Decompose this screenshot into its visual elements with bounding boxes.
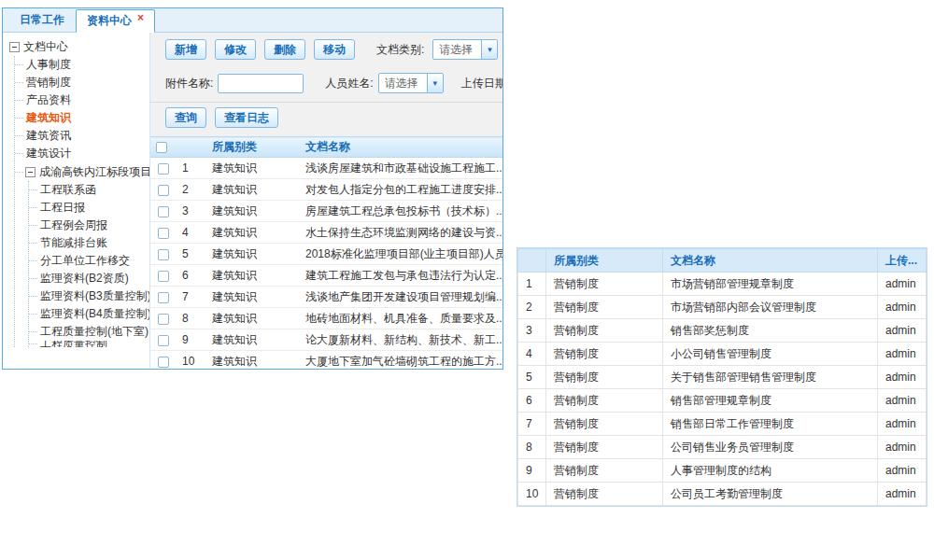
sidebar-tree-item[interactable]: 建筑知识 bbox=[15, 109, 148, 127]
row-uploader: admin bbox=[878, 296, 927, 319]
sidebar-tree-item[interactable]: 人事制度 bbox=[15, 56, 148, 74]
table-row[interactable]: 6 营销制度 销售部管理规章制度 admin bbox=[518, 389, 927, 413]
row-checkbox[interactable] bbox=[158, 271, 169, 282]
chevron-down-icon[interactable]: ▼ bbox=[481, 40, 497, 59]
row-category: 建筑知识 bbox=[206, 351, 300, 369]
table-row[interactable]: 3 建筑知识 房屋建筑工程总承包投标书（技术标）... bbox=[150, 201, 502, 222]
marketing-docs-table: 所属别类 文档名称 上传... 1 营销制度 市场营销部管理规章制度 admin… bbox=[517, 248, 927, 506]
tree-item-label: 人事制度 bbox=[26, 57, 71, 73]
row-category: 营销制度 bbox=[546, 319, 663, 343]
table-row[interactable]: 4 建筑知识 水土保持生态环境监测网络的建设与资... bbox=[150, 222, 502, 244]
table-row[interactable]: 8 建筑知识 地砖地面材料、机具准备、质量要求及... bbox=[150, 308, 502, 329]
row-checkbox[interactable] bbox=[158, 206, 169, 217]
sidebar-tree-item[interactable]: 工程日报 bbox=[29, 199, 148, 217]
document-center-window: 日常工作 × 资料中心 × 文档中心 人事制度 营销制度 产品资料 建筑知识 建… bbox=[2, 7, 503, 370]
collapse-icon[interactable] bbox=[25, 167, 35, 177]
tab[interactable]: 日常工作 × bbox=[8, 8, 76, 32]
row-checkbox[interactable] bbox=[158, 163, 169, 175]
view-log-button[interactable]: 查看日志 bbox=[215, 107, 278, 128]
category-column-header: 所属别类 bbox=[206, 137, 300, 158]
row-document-name: 小公司销售管理制度 bbox=[663, 343, 878, 366]
checkbox-cell bbox=[150, 201, 177, 222]
index-column-header bbox=[518, 249, 546, 273]
sidebar-tree-item[interactable]: 工程联系函 bbox=[29, 181, 148, 199]
row-document-name: 销售部奖惩制度 bbox=[663, 319, 878, 343]
table-row[interactable]: 9 营销制度 人事管理制度的结构 admin bbox=[518, 459, 927, 483]
sidebar-tree-item[interactable]: 营销制度 bbox=[15, 74, 148, 91]
table-row[interactable]: 9 建筑知识 论大厦新材料、新结构、新技术、新工... bbox=[150, 329, 502, 351]
checkbox-cell bbox=[150, 179, 177, 201]
checkbox-cell bbox=[150, 244, 177, 265]
table-row[interactable]: 5 建筑知识 2018标准化监理项目部(业主项目部)人员... bbox=[150, 244, 502, 265]
sidebar-tree-item[interactable]: 分工单位工作移交 bbox=[29, 252, 148, 270]
row-checkbox[interactable] bbox=[158, 335, 169, 346]
row-index: 9 bbox=[518, 459, 546, 483]
sidebar-tree-item[interactable]: 产品资料 bbox=[15, 91, 148, 109]
select-all-checkbox[interactable] bbox=[156, 142, 167, 153]
tree-item-label: 监理资料(B4质量控制) bbox=[40, 306, 150, 322]
add-button[interactable]: 新增 bbox=[165, 39, 206, 60]
table-row[interactable]: 1 营销制度 市场营销部管理规章制度 admin bbox=[518, 273, 927, 296]
table-row[interactable]: 2 营销制度 市场营销部内部会议管理制度 admin bbox=[518, 296, 927, 319]
table-row[interactable]: 10 建筑知识 大厦地下室加气砼墙砌筑工程的施工方... bbox=[150, 351, 502, 369]
row-index: 7 bbox=[518, 413, 546, 436]
checkbox-cell bbox=[150, 351, 177, 369]
sidebar-tree-item[interactable]: 监理资料(B3质量控制) bbox=[29, 287, 148, 305]
tree-node-project[interactable]: 成渝高铁内江标段项目 bbox=[15, 162, 148, 181]
collapse-icon[interactable] bbox=[9, 42, 20, 52]
sidebar-tree-item[interactable]: 工程质量控制 bbox=[29, 341, 148, 347]
person-select[interactable]: 请选择 ▼ bbox=[378, 73, 444, 93]
row-document-name: 水土保持生态环境监测网络的建设与资... bbox=[300, 222, 502, 244]
attachment-name-input[interactable] bbox=[218, 74, 304, 93]
row-uploader: admin bbox=[878, 366, 927, 389]
table-row[interactable]: 10 营销制度 公司员工考勤管理制度 admin bbox=[518, 483, 927, 506]
row-category: 营销制度 bbox=[546, 389, 663, 413]
row-checkbox[interactable] bbox=[158, 292, 169, 303]
table-row[interactable]: 7 建筑知识 浅谈地产集团开发建设项目管理规划编... bbox=[150, 287, 502, 308]
table-row[interactable]: 1 建筑知识 浅谈房屋建筑和市政基础设施工程施工... bbox=[150, 158, 502, 179]
table-row[interactable]: 3 营销制度 销售部奖惩制度 admin bbox=[518, 319, 927, 343]
edit-button[interactable]: 修改 bbox=[215, 39, 256, 60]
query-button[interactable]: 查询 bbox=[165, 107, 206, 128]
tree-items-level2: 工程联系函 工程日报 工程例会周报 节能减排台账 分工单位工作移交 监理资料(B… bbox=[28, 181, 148, 347]
table-row[interactable]: 7 营销制度 销售部日常工作管理制度 admin bbox=[518, 413, 927, 436]
document-table-wrap: 所属别类 文档名称 1 建筑知识 浅谈房屋建筑和市政基础设施工程施工... 2 … bbox=[150, 136, 502, 368]
sidebar-tree-item[interactable]: 建筑设计 bbox=[15, 145, 148, 162]
delete-button[interactable]: 删除 bbox=[264, 39, 305, 60]
sidebar-tree-item[interactable]: 监理资料(B2资质) bbox=[29, 270, 148, 287]
row-index: 8 bbox=[177, 308, 206, 329]
sidebar-tree-item[interactable]: 监理资料(B4质量控制) bbox=[29, 305, 148, 323]
table-row[interactable]: 4 营销制度 小公司销售管理制度 admin bbox=[518, 343, 927, 366]
table-row[interactable]: 8 营销制度 公司销售业务员管理制度 admin bbox=[518, 436, 927, 459]
row-document-name: 公司销售业务员管理制度 bbox=[663, 436, 878, 459]
chevron-down-icon[interactable]: ▼ bbox=[427, 74, 443, 92]
marketing-docs-table-panel: 所属别类 文档名称 上传... 1 营销制度 市场营销部管理规章制度 admin… bbox=[517, 247, 927, 507]
row-checkbox[interactable] bbox=[158, 357, 169, 368]
row-document-name: 建筑工程施工发包与承包违法行为认定... bbox=[300, 265, 502, 287]
row-checkbox[interactable] bbox=[158, 314, 169, 325]
sidebar-tree-item[interactable]: 工程质量控制(地下室) bbox=[29, 323, 148, 341]
tree-node-label: 成渝高铁内江标段项目 bbox=[39, 164, 150, 180]
table-row[interactable]: 2 建筑知识 对发包人指定分包的工程施工进度安排... bbox=[150, 179, 502, 201]
row-index: 3 bbox=[518, 319, 546, 343]
document-table-header-row: 所属别类 文档名称 bbox=[150, 137, 502, 158]
tab-close-icon[interactable]: × bbox=[137, 12, 144, 23]
tree-node-document-center[interactable]: 文档中心 bbox=[9, 37, 148, 56]
table-row[interactable]: 5 营销制度 关于销售部管理销售管理制度 admin bbox=[518, 366, 927, 389]
row-checkbox[interactable] bbox=[158, 185, 169, 196]
category-select[interactable]: 请选择 ▼ bbox=[432, 39, 498, 60]
name-column-header: 文档名称 bbox=[663, 249, 878, 273]
row-checkbox[interactable] bbox=[158, 228, 169, 239]
move-button[interactable]: 移动 bbox=[314, 39, 355, 60]
sidebar-tree-item[interactable]: 建筑资讯 bbox=[15, 127, 148, 145]
checkbox-cell bbox=[150, 308, 177, 329]
tab[interactable]: 资料中心 × bbox=[76, 9, 155, 33]
row-index: 4 bbox=[518, 343, 546, 366]
table-row[interactable]: 6 建筑知识 建筑工程施工发包与承包违法行为认定... bbox=[150, 265, 502, 287]
row-uploader: admin bbox=[878, 319, 927, 343]
row-checkbox[interactable] bbox=[158, 249, 169, 260]
sidebar-tree-item[interactable]: 工程例会周报 bbox=[29, 217, 148, 234]
sidebar-tree-item[interactable]: 节能减排台账 bbox=[29, 234, 148, 252]
toolbar-row-1: 新增 修改 删除 移动 文档类别: 请选择 ▼ 文档 bbox=[165, 39, 502, 60]
row-index: 10 bbox=[177, 351, 206, 369]
